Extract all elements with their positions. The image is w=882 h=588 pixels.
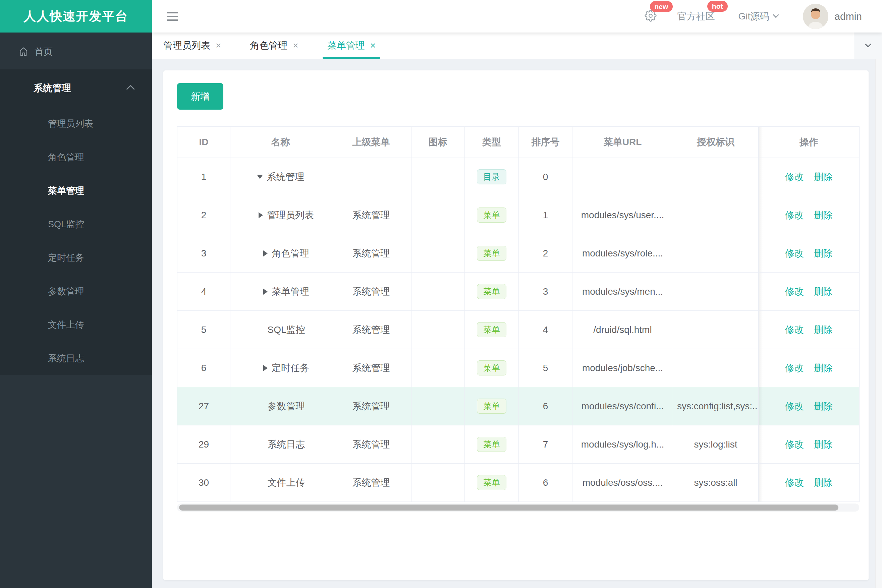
sidebar-item-管理员列表[interactable]: 管理员列表	[0, 107, 152, 141]
cell-icon	[412, 464, 465, 502]
cell-id: 5	[177, 311, 230, 349]
collapse-arrow-icon[interactable]	[257, 175, 263, 179]
cell-name: 系统日志	[230, 425, 331, 464]
git-source-menu[interactable]: Git源码	[738, 10, 778, 23]
sidebar-item-文件上传[interactable]: 文件上传	[0, 308, 152, 342]
delete-link[interactable]: 删除	[814, 210, 833, 220]
cell-perms	[673, 196, 759, 234]
delete-link[interactable]: 删除	[814, 286, 833, 297]
sidebar-item-home[interactable]: 首页	[0, 41, 152, 62]
cell-order: 1	[519, 196, 572, 234]
cell-type: 菜单	[465, 387, 519, 425]
table-row: 4菜单管理系统管理菜单3modules/sys/men...修改删除	[177, 273, 859, 311]
expand-arrow-icon[interactable]	[263, 289, 267, 295]
type-tag: 菜单	[477, 322, 506, 337]
column-header-授权标识: 授权标识	[673, 127, 759, 158]
sidebar-submenu: 管理员列表角色管理菜单管理SQL监控定时任务参数管理文件上传系统日志	[0, 107, 152, 375]
cell-menu-url: modules/sys/men...	[572, 273, 673, 311]
tab-菜单管理[interactable]: 菜单管理×	[319, 33, 384, 58]
sidebar-item-参数管理[interactable]: 参数管理	[0, 274, 152, 308]
tabs-overflow-button[interactable]	[854, 33, 882, 58]
expand-arrow-icon[interactable]	[263, 365, 267, 371]
menu-name: 定时任务	[272, 362, 309, 375]
sidebar-section-label: 系统管理	[33, 82, 71, 94]
cell-id: 4	[177, 273, 230, 311]
tab-close-icon[interactable]: ×	[370, 41, 376, 50]
table-row: 29系统日志系统管理菜单7modules/sys/log.h...sys:log…	[177, 425, 859, 464]
cell-order: 4	[519, 311, 572, 349]
cell-id: 2	[177, 196, 230, 234]
cell-actions: 修改删除	[759, 464, 859, 502]
sidebar-item-SQL监控[interactable]: SQL监控	[0, 207, 152, 241]
delete-link[interactable]: 删除	[814, 363, 833, 373]
sidebar-toggle-icon[interactable]	[167, 10, 178, 23]
menu-name: 菜单管理	[272, 285, 309, 298]
edit-link[interactable]: 修改	[785, 401, 804, 411]
scrollbar-thumb[interactable]	[179, 504, 838, 510]
delete-link[interactable]: 删除	[814, 324, 833, 335]
cell-perms	[673, 349, 759, 387]
edit-link[interactable]: 修改	[785, 210, 804, 220]
horizontal-scrollbar[interactable]	[177, 504, 859, 512]
content-card: 新增 ID名称上级菜单图标类型排序号菜单URL授权标识操作 1系统管理目录0修改…	[163, 70, 868, 580]
cell-name: SQL监控	[230, 311, 331, 349]
sidebar: 人人快速开发平台 首页 系统管理 管理员列表角色管理菜单管理SQL监控定时任务参…	[0, 0, 152, 588]
edit-link[interactable]: 修改	[785, 286, 804, 297]
cell-menu-url: /druid/sql.html	[572, 311, 673, 349]
cell-parent-menu: 系统管理	[331, 273, 412, 311]
edit-link[interactable]: 修改	[785, 477, 804, 488]
add-button[interactable]: 新增	[177, 83, 223, 110]
cell-icon	[412, 311, 465, 349]
vertical-scrollbar[interactable]	[875, 33, 882, 588]
sidebar-item-菜单管理[interactable]: 菜单管理	[0, 174, 152, 207]
username[interactable]: admin	[834, 11, 862, 22]
tab-bar: 管理员列表×角色管理×菜单管理×	[152, 33, 882, 59]
cell-icon	[412, 349, 465, 387]
edit-link[interactable]: 修改	[785, 363, 804, 373]
tab-角色管理[interactable]: 角色管理×	[241, 33, 307, 58]
delete-link[interactable]: 删除	[814, 248, 833, 258]
cell-icon	[412, 387, 465, 425]
sidebar-item-角色管理[interactable]: 角色管理	[0, 141, 152, 174]
type-tag: 菜单	[477, 360, 506, 375]
table-row: 27参数管理系统管理菜单6modules/sys/confi...sys:con…	[177, 387, 859, 425]
sidebar-section-system[interactable]: 系统管理	[0, 69, 152, 107]
delete-link[interactable]: 删除	[814, 401, 833, 411]
delete-link[interactable]: 删除	[814, 439, 833, 450]
cell-actions: 修改删除	[759, 349, 859, 387]
edit-link[interactable]: 修改	[785, 248, 804, 258]
type-tag: 菜单	[477, 246, 506, 261]
cell-parent-menu: 系统管理	[331, 234, 412, 273]
cell-actions: 修改删除	[759, 158, 859, 196]
cell-parent-menu: 系统管理	[331, 425, 412, 464]
menu-table: ID名称上级菜单图标类型排序号菜单URL授权标识操作 1系统管理目录0修改删除2…	[177, 126, 859, 502]
delete-link[interactable]: 删除	[814, 477, 833, 488]
sidebar-item-定时任务[interactable]: 定时任务	[0, 241, 152, 274]
tab-close-icon[interactable]: ×	[216, 41, 221, 50]
cell-type: 菜单	[465, 196, 519, 234]
sidebar-item-系统日志[interactable]: 系统日志	[0, 342, 152, 375]
edit-link[interactable]: 修改	[785, 324, 804, 335]
edit-link[interactable]: 修改	[785, 439, 804, 450]
delete-link[interactable]: 删除	[814, 172, 833, 182]
menu-name: 系统管理	[267, 171, 305, 183]
settings-button[interactable]: new	[645, 10, 657, 23]
tab-管理员列表[interactable]: 管理员列表×	[155, 33, 230, 58]
cell-perms	[673, 273, 759, 311]
expand-arrow-icon[interactable]	[258, 212, 263, 218]
cell-type: 目录	[465, 158, 519, 196]
cell-name: 管理员列表	[230, 196, 331, 234]
tab-close-icon[interactable]: ×	[293, 41, 298, 50]
cell-type: 菜单	[465, 464, 519, 502]
community-link[interactable]: 官方社区 hot	[678, 10, 715, 23]
expand-arrow-icon[interactable]	[263, 250, 267, 256]
edit-link[interactable]: 修改	[785, 172, 804, 182]
type-tag: 菜单	[477, 284, 506, 299]
cell-name: 系统管理	[230, 158, 331, 196]
avatar[interactable]	[803, 4, 828, 29]
cell-perms	[673, 158, 759, 196]
app-logo: 人人快速开发平台	[0, 0, 152, 33]
table-header-row: ID名称上级菜单图标类型排序号菜单URL授权标识操作	[177, 127, 859, 158]
type-tag: 菜单	[477, 207, 506, 223]
cell-order: 2	[519, 234, 572, 273]
